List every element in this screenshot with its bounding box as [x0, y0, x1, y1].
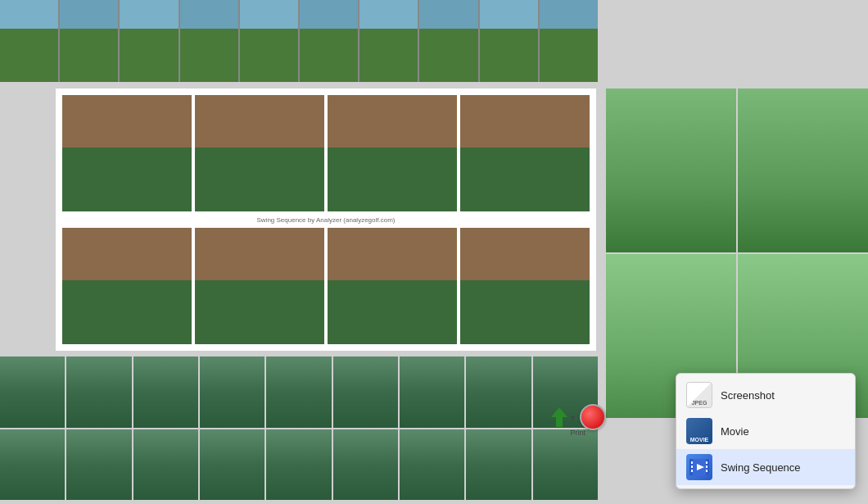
chevron-icon[interactable]: ▾ [571, 413, 575, 422]
outdoor-frame-14 [266, 429, 331, 501]
svg-rect-5 [691, 465, 693, 468]
upload-arrow-icon [549, 406, 569, 429]
outdoor-frame-6 [333, 356, 398, 428]
indoor-frame-4 [460, 95, 590, 211]
svg-rect-9 [706, 470, 708, 472]
frame-9 [480, 0, 538, 82]
frame-6 [300, 0, 358, 82]
frame-2 [60, 0, 118, 82]
outdoor-row-2 [0, 429, 598, 501]
outdoor-frame-18 [533, 429, 598, 501]
share-button-row[interactable]: ▾ [549, 406, 575, 429]
outdoor-frame-10 [0, 429, 65, 501]
top-swing-strip [0, 0, 598, 82]
indoor-row-1 [62, 95, 590, 211]
indoor-frame-3 [328, 95, 457, 211]
outdoor-row-1 [0, 356, 598, 428]
outdoor-frame-17 [466, 429, 531, 501]
movie-icon: MOVIE [686, 418, 712, 444]
svg-rect-6 [691, 470, 693, 472]
menu-item-screenshot[interactable]: JPEG Screenshot [676, 377, 855, 413]
action-bar: ▾ [549, 404, 606, 430]
main-content: Swing Sequence by Analyzer (analyzegolf.… [0, 0, 868, 504]
indoor-frame-5 [62, 228, 192, 344]
right-frame-2 [738, 89, 868, 252]
svg-rect-4 [691, 461, 693, 464]
dropdown-menu: JPEG Screenshot MOVIE Movie [676, 373, 856, 489]
print-label: Print [570, 429, 585, 437]
outdoor-frame-12 [133, 429, 198, 501]
frame-3 [120, 0, 178, 82]
outdoor-frame-1 [0, 356, 65, 428]
screenshot-label: Screenshot [721, 389, 775, 402]
frame-4 [180, 0, 238, 82]
indoor-row-2 [62, 228, 590, 344]
frame-10 [540, 0, 598, 82]
frame-8 [419, 0, 477, 82]
outdoor-frame-7 [400, 356, 464, 428]
bottom-swing-strip [0, 356, 598, 500]
indoor-frame-1 [62, 95, 192, 211]
caption-bar: Swing Sequence by Analyzer (analyzegolf.… [62, 213, 590, 226]
menu-item-swing-sequence[interactable]: Swing Sequence [676, 449, 855, 485]
indoor-frame-8 [460, 228, 590, 344]
indoor-frame-7 [328, 228, 457, 344]
outdoor-frame-5 [266, 356, 331, 428]
share-area: ▾ [549, 406, 575, 429]
indoor-frame-2 [195, 95, 324, 211]
record-button[interactable] [580, 404, 606, 430]
outdoor-frame-15 [333, 429, 398, 501]
outdoor-frame-8 [466, 356, 531, 428]
frame-7 [359, 0, 418, 82]
outdoor-frame-11 [66, 429, 131, 501]
indoor-frame-6 [195, 228, 324, 344]
outdoor-frame-2 [66, 356, 131, 428]
right-frame-1 [606, 89, 736, 252]
menu-item-movie[interactable]: MOVIE Movie [676, 413, 855, 449]
right-panel-top [606, 89, 868, 252]
swing-sequence-icon [686, 454, 712, 480]
outdoor-frame-13 [200, 429, 264, 501]
swing-sequence-label: Swing Sequence [721, 461, 801, 474]
frame-5 [240, 0, 298, 82]
outdoor-frame-16 [400, 429, 464, 501]
caption-text: Swing Sequence by Analyzer (analyzegolf.… [257, 216, 396, 224]
outdoor-frame-3 [133, 356, 198, 428]
svg-rect-7 [706, 461, 708, 464]
svg-marker-0 [551, 407, 567, 427]
jpeg-icon: JPEG [686, 382, 712, 408]
outdoor-frame-4 [200, 356, 264, 428]
frame-1 [0, 0, 58, 82]
svg-rect-8 [706, 465, 708, 468]
movie-label: Movie [721, 425, 749, 438]
indoor-sequence-panel: Swing Sequence by Analyzer (analyzegolf.… [56, 89, 596, 351]
